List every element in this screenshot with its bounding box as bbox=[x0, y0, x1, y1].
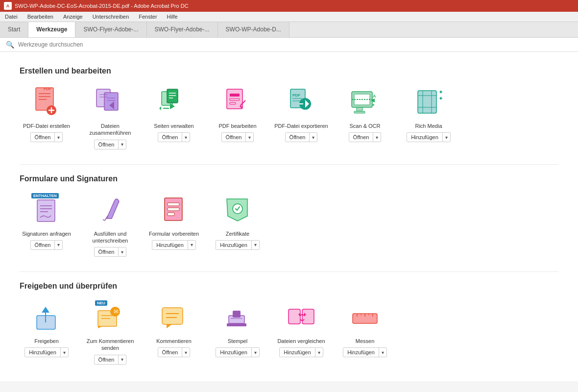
tool-pdf-erstellen-name: PDF-Datei erstellen bbox=[23, 122, 70, 129]
tool-pages-open-btn[interactable]: Öffnen bbox=[158, 133, 182, 142]
tool-export-open-btn[interactable]: Öffnen bbox=[286, 133, 310, 142]
svg-text:✦: ✦ bbox=[438, 95, 443, 102]
tab-swo-flyer2[interactable]: SWO-Flyer-Adobe-... bbox=[147, 22, 218, 37]
tool-send-comment-open-btn[interactable]: Öffnen bbox=[95, 355, 119, 364]
tool-comment-arrow-btn[interactable]: ▾ bbox=[182, 348, 190, 357]
tool-pages-arrow-btn[interactable]: ▾ bbox=[182, 133, 190, 142]
tool-send-comment-icon-container: NEU ✉ bbox=[93, 300, 127, 335]
tool-certificate-icon-container bbox=[220, 193, 255, 227]
tool-media-buttons: Hinzufügen ▾ bbox=[407, 132, 451, 142]
tab-start[interactable]: Start bbox=[0, 22, 28, 37]
tool-certificate-arrow-btn[interactable]: ▾ bbox=[251, 241, 259, 249]
tool-send-comment-arrow-btn[interactable]: ▾ bbox=[118, 355, 126, 364]
menu-anzeige[interactable]: Anzeige bbox=[61, 13, 85, 21]
tool-stamp-icon-container bbox=[220, 300, 255, 335]
tool-compare-arrow-btn[interactable]: ▾ bbox=[315, 348, 323, 357]
tool-compare: Dateien vergleichen Hinzufügen ▾ bbox=[274, 300, 328, 365]
search-input[interactable] bbox=[18, 41, 572, 48]
tool-stamp: Stempel Hinzufügen ▾ bbox=[211, 300, 265, 365]
tool-merge-icon-container bbox=[93, 85, 127, 120]
tool-prepare-form-add-btn[interactable]: Hinzufügen bbox=[152, 241, 188, 249]
tool-merge-open-btn[interactable]: Öffnen bbox=[95, 140, 119, 149]
svg-text:✉: ✉ bbox=[114, 308, 119, 315]
svg-rect-40 bbox=[354, 111, 365, 113]
tool-share: Freigeben Hinzufügen ▾ bbox=[20, 300, 73, 365]
section-formulare: Formulare und Signaturen ENTHALTEN Signa… bbox=[20, 174, 558, 257]
section-erstellen: Erstellen und bearbeiten PDF bbox=[20, 67, 558, 149]
tool-compare-buttons: Hinzufügen ▾ bbox=[279, 347, 323, 357]
tool-certificate-add-btn[interactable]: Hinzufügen bbox=[216, 241, 251, 249]
tool-stamp-arrow-btn[interactable]: ▾ bbox=[251, 348, 259, 357]
section-formulare-title: Formulare und Signaturen bbox=[20, 174, 558, 183]
svg-marker-22 bbox=[159, 106, 161, 110]
tool-export-buttons: Öffnen ▾ bbox=[285, 132, 318, 142]
svg-rect-44 bbox=[418, 91, 436, 113]
tool-fill-sign-arrow-btn[interactable]: ▾ bbox=[118, 247, 126, 256]
svg-rect-74 bbox=[233, 311, 241, 318]
tool-comment-buttons: Öffnen ▾ bbox=[158, 347, 191, 357]
tool-stamp-add-btn[interactable]: Hinzufügen bbox=[216, 348, 251, 357]
svg-text:A: A bbox=[373, 94, 376, 98]
tool-scan-icon-container: A ✦ bbox=[348, 85, 382, 120]
section-erstellen-title: Erstellen und bearbeiten bbox=[20, 67, 558, 75]
menu-unterschreiben[interactable]: Unterschreiben bbox=[91, 13, 131, 21]
tool-share-arrow-btn[interactable]: ▾ bbox=[60, 348, 68, 357]
tool-sig-request-open-btn[interactable]: Öffnen bbox=[31, 241, 55, 249]
tool-comment-open-btn[interactable]: Öffnen bbox=[158, 348, 182, 357]
tool-pdf-erstellen-arrow-btn[interactable]: ▾ bbox=[54, 133, 62, 142]
tools-grid-freigeben: Freigeben Hinzufügen ▾ NEU ✉ bbox=[20, 300, 558, 365]
tool-stamp-buttons: Hinzufügen ▾ bbox=[216, 347, 260, 357]
tool-share-add-btn[interactable]: Hinzufügen bbox=[25, 348, 60, 357]
tool-scan-arrow-btn[interactable]: ▾ bbox=[373, 133, 381, 142]
tool-media-add-btn[interactable]: Hinzufügen bbox=[407, 133, 442, 142]
tool-pages-name: Seiten verwalten bbox=[154, 122, 193, 129]
tool-comment: Kommentieren Öffnen ▾ bbox=[147, 300, 201, 365]
tool-edit-open-btn[interactable]: Öffnen bbox=[222, 133, 246, 142]
tool-merge-arrow-btn[interactable]: ▾ bbox=[118, 140, 126, 149]
tool-media-icon-container: ✦ ✦ bbox=[411, 85, 446, 120]
tool-stamp-name: Stempel bbox=[228, 338, 247, 344]
tools-grid-formulare: ENTHALTEN Signaturen anfragen Öffnen ▾ bbox=[20, 193, 558, 257]
tool-media-arrow-btn[interactable]: ▾ bbox=[442, 133, 450, 142]
tool-comment-name: Kommentieren bbox=[156, 338, 192, 344]
title-bar: A SWO-WP-Adobe-DC-EoS-Acrobat-2015-DE.pd… bbox=[0, 0, 578, 12]
tool-media-name: Rich Media bbox=[415, 122, 442, 129]
tool-pages-buttons: Öffnen ▾ bbox=[158, 132, 191, 142]
tool-pdf-erstellen: PDF PDF-Datei erstellen Öffnen ▾ bbox=[20, 85, 73, 149]
tool-fill-sign-open-btn[interactable]: Öffnen bbox=[95, 247, 119, 256]
section-freigeben-title: Freigeben und überprüfen bbox=[20, 282, 558, 291]
tool-prepare-form-arrow-btn[interactable]: ▾ bbox=[188, 241, 195, 249]
tool-measure: Messen Hinzufügen ▾ bbox=[338, 300, 392, 365]
tool-export-arrow-btn[interactable]: ▾ bbox=[309, 133, 317, 142]
tool-sig-request-icon-container: ENTHALTEN bbox=[29, 193, 64, 227]
tab-swo-wp[interactable]: SWO-WP-Adobe-D... bbox=[218, 22, 289, 37]
menu-hilfe[interactable]: Hilfe bbox=[165, 13, 180, 21]
tool-measure-arrow-btn[interactable]: ▾ bbox=[379, 348, 386, 357]
svg-rect-70 bbox=[162, 308, 183, 324]
menu-bearbeiten[interactable]: Bearbeiten bbox=[25, 13, 55, 21]
tool-pdf-erstellen-open-btn[interactable]: Öffnen bbox=[31, 133, 55, 142]
menu-fenster[interactable]: Fenster bbox=[137, 13, 159, 21]
tab-swo-flyer1[interactable]: SWO-Flyer-Adobe-... bbox=[75, 22, 146, 37]
section-freigeben: Freigeben und überprüfen Freigeben Hinzu… bbox=[20, 282, 558, 365]
tool-fill-sign-buttons: Öffnen ▾ bbox=[94, 247, 127, 257]
tool-sig-request-arrow-btn[interactable]: ▾ bbox=[54, 241, 62, 249]
tool-edit-arrow-btn[interactable]: ▾ bbox=[245, 133, 253, 142]
tool-prepare-form-buttons: Hinzufügen ▾ bbox=[152, 240, 196, 250]
tool-pages-icon-container bbox=[157, 85, 191, 120]
svg-rect-24 bbox=[230, 94, 240, 97]
tool-scan-open-btn[interactable]: Öffnen bbox=[349, 133, 373, 142]
tool-fill-sign-name: Ausfüllen und unterschreiben bbox=[83, 230, 137, 245]
tool-compare-add-btn[interactable]: Hinzufügen bbox=[280, 348, 315, 357]
svg-line-56 bbox=[103, 220, 105, 220]
tab-werkzeuge[interactable]: Werkzeuge bbox=[28, 22, 75, 37]
tool-measure-add-btn[interactable]: Hinzufügen bbox=[343, 348, 379, 357]
tool-edit-buttons: Öffnen ▾ bbox=[221, 132, 254, 142]
svg-text:PDF: PDF bbox=[44, 87, 51, 91]
tool-media: ✦ ✦ Rich Media Hinzufügen ▾ bbox=[402, 85, 456, 149]
app-icon: A bbox=[4, 2, 12, 10]
tool-export-name: PDF-Datei exportieren bbox=[274, 122, 328, 129]
svg-rect-16 bbox=[167, 89, 178, 103]
svg-rect-39 bbox=[357, 107, 362, 111]
menu-datei[interactable]: Datei bbox=[3, 13, 20, 21]
